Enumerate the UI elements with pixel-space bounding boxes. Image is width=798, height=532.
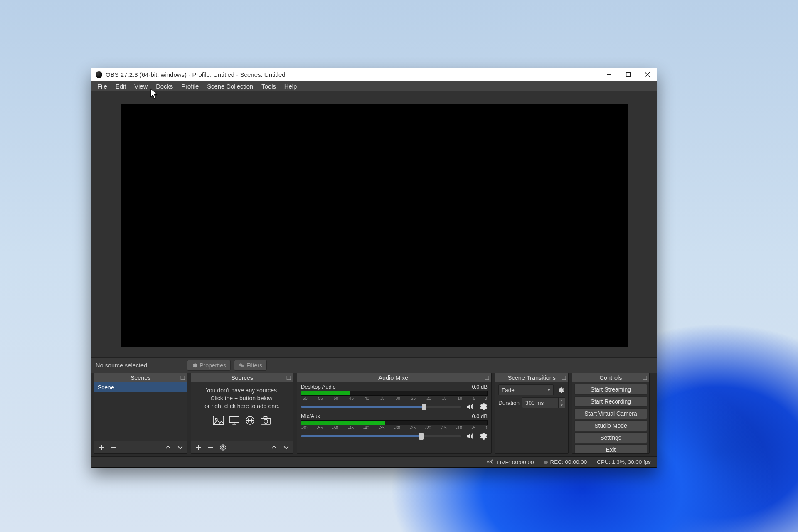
scene-item[interactable]: Scene	[94, 382, 187, 392]
start-recording-button[interactable]: Start Recording	[574, 396, 647, 407]
status-bar: LIVE: 00:00:00 REC: 00:00:00 CPU: 1.3%, …	[91, 456, 657, 467]
mixer-channel-mic: Mic/Aux 0.0 dB -60-55-50-45-40-35-30-25-…	[297, 412, 491, 441]
channel-settings-icon[interactable]	[478, 431, 488, 441]
audio-meter	[301, 420, 488, 425]
meter-ticks: -60-55-50-45-40-35-30-25-20-15-10-50	[301, 426, 488, 430]
undock-icon[interactable]: ❐	[485, 375, 490, 381]
source-type-icons	[191, 415, 293, 426]
preview-canvas[interactable]	[121, 104, 628, 347]
meter-ticks: -60-55-50-45-40-35-30-25-20-15-10-50	[301, 396, 488, 401]
source-toolbar: No source selected Properties Filters	[91, 357, 657, 373]
titlebar[interactable]: OBS 27.2.3 (64-bit, windows) - Profile: …	[91, 68, 657, 81]
filters-button[interactable]: Filters	[234, 360, 267, 371]
menu-view[interactable]: View	[130, 82, 152, 91]
transitions-dock: Scene Transitions ❐ Fade▾ Duration 300 m…	[495, 373, 569, 454]
start-virtual-camera-button[interactable]: Start Virtual Camera	[574, 408, 647, 419]
speaker-icon[interactable]	[465, 431, 474, 441]
controls-body: Start Streaming Start Recording Start Vi…	[572, 382, 649, 453]
add-source-button[interactable]	[194, 443, 203, 452]
mixer-header[interactable]: Audio Mixer ❐	[297, 373, 491, 382]
properties-button[interactable]: Properties	[187, 360, 231, 371]
svg-rect-1	[626, 73, 630, 77]
audio-mixer-dock: Audio Mixer ❐ Desktop Audio 0.0 dB -60-5…	[297, 373, 492, 454]
maximize-button[interactable]	[618, 68, 638, 81]
svg-rect-19	[264, 416, 267, 418]
channel-name: Mic/Aux	[301, 413, 320, 419]
undock-icon[interactable]: ❐	[286, 375, 291, 381]
undock-icon[interactable]: ❐	[562, 375, 566, 381]
obs-window: OBS 27.2.3 (64-bit, windows) - Profile: …	[91, 68, 657, 468]
channel-level: 0.0 dB	[472, 384, 488, 390]
app-icon	[96, 71, 102, 78]
channel-level: 0.0 dB	[472, 413, 488, 419]
transition-select[interactable]: Fade▾	[498, 384, 554, 395]
menubar: File Edit View Docks Profile Scene Colle…	[91, 81, 657, 91]
add-scene-button[interactable]	[97, 443, 106, 452]
transitions-body: Fade▾ Duration 300 ms ▲▼	[495, 382, 568, 453]
move-source-up-button[interactable]	[269, 443, 278, 452]
exit-button[interactable]: Exit	[574, 444, 647, 453]
record-dot-icon	[544, 461, 548, 464]
scenes-dock: Scenes ❐ Scene	[94, 373, 187, 454]
duration-spinner[interactable]: 300 ms ▲▼	[522, 397, 565, 408]
move-scene-up-button[interactable]	[163, 443, 172, 452]
svg-point-23	[490, 461, 491, 462]
channel-name: Desktop Audio	[301, 384, 336, 390]
duration-label: Duration	[498, 400, 520, 406]
controls-dock: Controls ❐ Start Streaming Start Recordi…	[572, 373, 650, 454]
sources-header[interactable]: Sources ❐	[191, 373, 293, 382]
close-button[interactable]	[638, 68, 657, 81]
volume-slider[interactable]	[301, 406, 461, 408]
sources-dock: Sources ❐ You don't have any sources. Cl…	[191, 373, 293, 454]
mixer-channel-desktop: Desktop Audio 0.0 dB -60-55-50-45-40-35-…	[297, 382, 491, 412]
source-status-label: No source selected	[96, 362, 147, 369]
image-icon	[212, 415, 225, 426]
mixer-body: Desktop Audio 0.0 dB -60-55-50-45-40-35-…	[297, 382, 491, 453]
svg-rect-11	[229, 416, 239, 423]
menu-scene-collection[interactable]: Scene Collection	[203, 82, 257, 91]
camera-icon	[260, 415, 272, 426]
speaker-icon[interactable]	[465, 402, 474, 411]
menu-tools[interactable]: Tools	[257, 82, 280, 91]
menu-docks[interactable]: Docks	[152, 82, 177, 91]
controls-header[interactable]: Controls ❐	[572, 373, 649, 382]
menu-edit[interactable]: Edit	[111, 82, 131, 91]
scenes-header[interactable]: Scenes ❐	[94, 373, 187, 382]
studio-mode-button[interactable]: Studio Mode	[574, 420, 647, 431]
transition-settings-icon[interactable]	[556, 385, 565, 394]
docks-row: Scenes ❐ Scene Sources ❐ You don	[91, 373, 657, 456]
status-live: LIVE: 00:00:00	[487, 459, 534, 466]
sources-footer	[191, 441, 293, 453]
scenes-footer	[94, 441, 187, 453]
menu-help[interactable]: Help	[280, 82, 301, 91]
remove-scene-button[interactable]	[109, 443, 118, 452]
menu-file[interactable]: File	[93, 82, 111, 91]
sources-list[interactable]: You don't have any sources. Click the + …	[191, 382, 293, 441]
status-rec: REC: 00:00:00	[544, 459, 587, 465]
preview-area	[91, 91, 657, 357]
start-streaming-button[interactable]: Start Streaming	[574, 384, 647, 395]
broadcast-icon	[487, 459, 493, 464]
move-source-down-button[interactable]	[281, 443, 291, 452]
sources-empty-hint: You don't have any sources. Click the + …	[191, 382, 293, 413]
undock-icon[interactable]: ❐	[180, 375, 185, 381]
window-title: OBS 27.2.3 (64-bit, windows) - Profile: …	[106, 71, 286, 78]
svg-point-18	[264, 419, 268, 423]
channel-settings-icon[interactable]	[478, 402, 488, 411]
status-cpu: CPU: 1.3%, 30.00 fps	[597, 459, 651, 465]
source-settings-button[interactable]	[218, 443, 227, 452]
globe-icon	[244, 415, 256, 426]
spin-down-icon[interactable]: ▼	[559, 403, 565, 408]
audio-meter	[301, 391, 488, 396]
transitions-header[interactable]: Scene Transitions ❐	[495, 373, 568, 382]
minimize-button[interactable]	[599, 68, 618, 81]
move-scene-down-button[interactable]	[175, 443, 185, 452]
menu-profile[interactable]: Profile	[177, 82, 203, 91]
undock-icon[interactable]: ❐	[643, 375, 648, 381]
svg-point-5	[241, 365, 244, 367]
scenes-list[interactable]: Scene	[94, 382, 187, 441]
spin-up-icon[interactable]: ▲	[559, 398, 565, 403]
volume-slider[interactable]	[301, 435, 461, 437]
remove-source-button[interactable]	[206, 443, 215, 452]
settings-button[interactable]: Settings	[574, 432, 647, 443]
